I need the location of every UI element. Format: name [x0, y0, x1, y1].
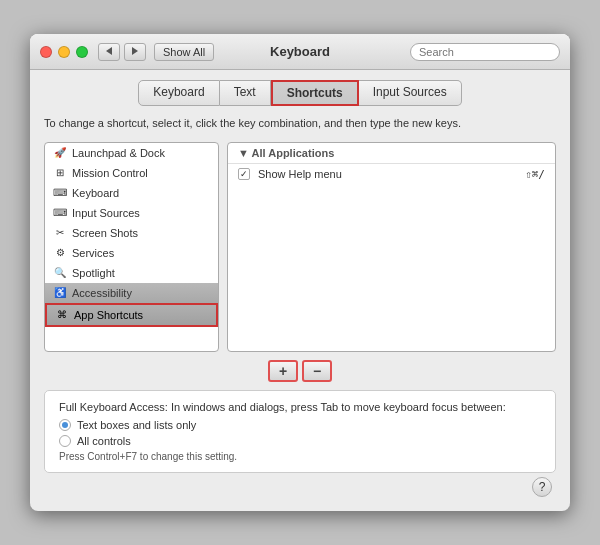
keyboard-icon: ⌨: [53, 186, 67, 200]
close-button[interactable]: [40, 46, 52, 58]
radio-all-controls-button[interactable]: [59, 435, 71, 447]
titlebar: Show All Keyboard: [30, 34, 570, 70]
add-shortcut-button[interactable]: +: [268, 360, 298, 382]
main-content: Keyboard Text Shortcuts Input Sources To…: [30, 70, 570, 510]
change-hint-text: Press Control+F7 to change this setting.: [59, 451, 541, 462]
window-title: Keyboard: [270, 44, 330, 59]
sidebar-item-app-shortcuts[interactable]: ⌘ App Shortcuts: [45, 303, 218, 327]
sidebar-item-services[interactable]: ⚙ Services: [45, 243, 218, 263]
services-icon: ⚙: [53, 246, 67, 260]
sidebar-item-screenshots[interactable]: ✂ Screen Shots: [45, 223, 218, 243]
description-text: To change a shortcut, select it, click t…: [44, 116, 556, 131]
sidebar-item-launchpad[interactable]: 🚀 Launchpad & Dock: [45, 143, 218, 163]
spotlight-icon: 🔍: [53, 266, 67, 280]
mission-control-icon: ⊞: [53, 166, 67, 180]
show-help-label: Show Help menu: [258, 168, 342, 180]
keyboard-access-title: Full Keyboard Access: In windows and dia…: [59, 401, 541, 413]
radio-text-boxes-button[interactable]: [59, 419, 71, 431]
search-input[interactable]: [410, 43, 560, 61]
radio-all-controls[interactable]: All controls: [59, 435, 541, 447]
show-all-button[interactable]: Show All: [154, 43, 214, 61]
nav-buttons: Show All: [98, 43, 214, 61]
panel-header: ▼ All Applications: [228, 143, 555, 164]
main-area: 🚀 Launchpad & Dock ⊞ Mission Control ⌨ K…: [44, 142, 556, 352]
help-button[interactable]: ?: [532, 477, 552, 497]
back-icon: [106, 47, 112, 57]
radio-text-boxes[interactable]: Text boxes and lists only: [59, 419, 541, 431]
show-help-shortcut: ⇧⌘/: [525, 168, 545, 181]
help-button-area: ?: [44, 473, 556, 501]
tab-shortcuts[interactable]: Shortcuts: [271, 80, 359, 106]
sidebar-item-mission-control[interactable]: ⊞ Mission Control: [45, 163, 218, 183]
maximize-button[interactable]: [76, 46, 88, 58]
tab-input-sources[interactable]: Input Sources: [359, 80, 462, 106]
tab-keyboard[interactable]: Keyboard: [138, 80, 219, 106]
remove-shortcut-button[interactable]: −: [302, 360, 332, 382]
minimize-button[interactable]: [58, 46, 70, 58]
shortcuts-panel: ▼ All Applications ✓ Show Help menu ⇧⌘/: [227, 142, 556, 352]
keyboard-access-section: Full Keyboard Access: In windows and dia…: [44, 390, 556, 473]
radio-all-controls-label: All controls: [77, 435, 131, 447]
accessibility-icon: ♿: [53, 286, 67, 300]
tab-bar: Keyboard Text Shortcuts Input Sources: [44, 80, 556, 106]
traffic-lights: [40, 46, 88, 58]
show-help-checkbox[interactable]: ✓: [238, 168, 250, 180]
input-sources-icon: ⌨: [53, 206, 67, 220]
forward-icon: [132, 47, 138, 57]
launchpad-icon: 🚀: [53, 146, 67, 160]
add-remove-buttons: + −: [44, 360, 556, 382]
app-shortcuts-icon: ⌘: [55, 308, 69, 322]
forward-button[interactable]: [124, 43, 146, 61]
sidebar-item-spotlight[interactable]: 🔍 Spotlight: [45, 263, 218, 283]
radio-text-boxes-label: Text boxes and lists only: [77, 419, 196, 431]
screenshots-icon: ✂: [53, 226, 67, 240]
back-button[interactable]: [98, 43, 120, 61]
sidebar-item-keyboard[interactable]: ⌨ Keyboard: [45, 183, 218, 203]
sidebar-item-input-sources[interactable]: ⌨ Input Sources: [45, 203, 218, 223]
keyboard-window: Show All Keyboard Keyboard Text Shortcut…: [30, 34, 570, 510]
tab-text[interactable]: Text: [220, 80, 271, 106]
sidebar-item-accessibility[interactable]: ♿ Accessibility: [45, 283, 218, 303]
panel-item-show-help[interactable]: ✓ Show Help menu ⇧⌘/: [228, 164, 555, 185]
shortcuts-sidebar: 🚀 Launchpad & Dock ⊞ Mission Control ⌨ K…: [44, 142, 219, 352]
